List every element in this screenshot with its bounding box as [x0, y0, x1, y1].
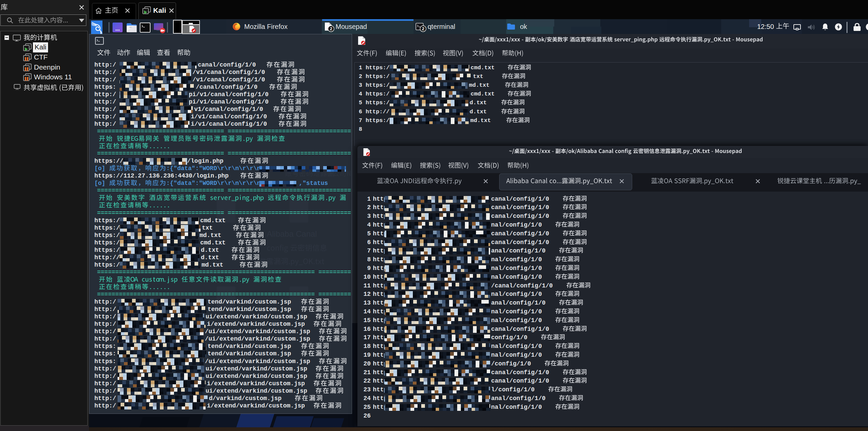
- svg-text:2: 2: [422, 26, 424, 31]
- svg-text:2: 2: [330, 26, 332, 31]
